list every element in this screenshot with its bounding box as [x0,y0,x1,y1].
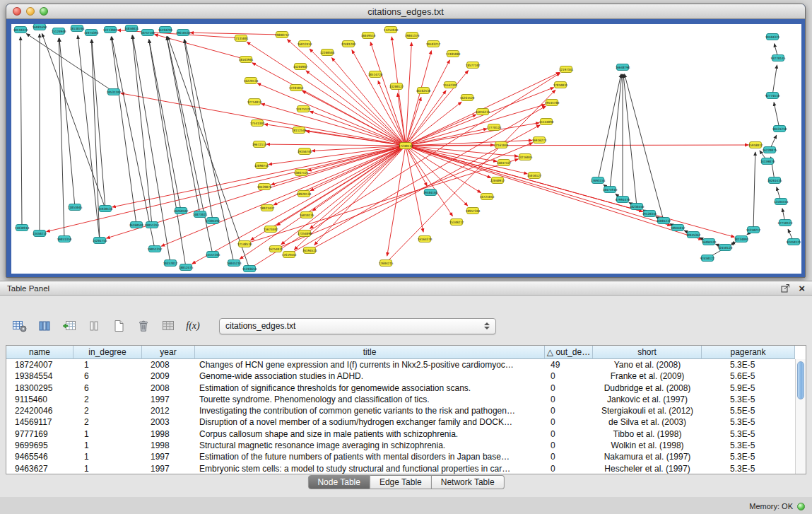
graph-node[interactable]: 16649510 [361,33,376,39]
table-row[interactable]: 1456911722003Disruption of a novel membe… [6,416,795,428]
table-mode-icon[interactable] [11,317,28,334]
graph-node[interactable]: 16012453 [298,41,312,47]
graph-node[interactable]: 14850831 [124,25,139,32]
graph-node[interactable]: 16261520 [460,95,475,101]
column-header-6[interactable]: pagerank [702,346,795,359]
graph-node[interactable]: 26260502 [174,208,189,214]
window-titlebar[interactable]: citations_edges.txt [6,4,805,19]
graph-node[interactable]: 59051350 [57,236,72,243]
column-header-0[interactable]: name [6,346,73,359]
new-column-icon[interactable] [61,317,78,334]
graph-node[interactable]: 16047427 [497,160,512,166]
graph-node[interactable]: 15016127 [527,173,542,179]
column-chooser-icon[interactable] [36,317,53,334]
graph-node[interactable]: 18012475 [179,264,194,271]
graph-node[interactable]: 18577102 [466,62,481,69]
graph-node[interactable]: 17305492 [206,218,220,224]
graph-node[interactable]: 16010235 [300,212,314,218]
graph-node[interactable]: 15920134 [98,206,113,212]
graph-node[interactable]: 16164370 [418,236,433,243]
graph-node[interactable]: 12104554 [774,199,789,205]
graph-node[interactable]: 18510324 [13,27,28,33]
graph-node[interactable]: 16916273 [532,137,547,144]
graph-node[interactable]: 67750123 [778,220,793,226]
table-row[interactable]: 969969511998Structural magnetic resonanc… [6,440,795,451]
table-row[interactable]: 1830029562008Estimation of significance … [6,382,795,394]
graph-node[interactable]: 10945362 [686,232,701,238]
close-window-button[interactable] [13,7,21,16]
graph-node[interactable]: 16220134 [244,78,259,84]
graph-node[interactable]: 19503217 [426,41,441,47]
graph-node[interactable]: 11544090 [539,119,554,125]
zoom-window-button[interactable] [40,7,48,16]
graph-node[interactable]: 13216045 [518,154,533,160]
tab-network-table[interactable]: Network Table [432,475,505,489]
graph-node[interactable]: 10261435 [767,177,782,184]
graph-node[interactable]: 11030914 [15,225,30,231]
graph-node[interactable]: 19545780 [545,100,560,106]
tab-node-table[interactable]: Node Table [307,475,370,489]
graph-node[interactable]: 17135801 [234,35,249,42]
table-row[interactable]: 1938455462009Genome-wide association stu… [6,370,795,382]
graph-node[interactable]: 14157203 [206,252,220,258]
function-builder-icon[interactable]: f(x) [184,317,201,334]
graph-node[interactable]: 20531207 [107,89,122,95]
graph-node[interactable]: 18957304 [466,208,481,214]
graph-node[interactable]: 14350217 [746,227,761,233]
graph-node[interactable]: 11853045 [68,204,83,211]
close-panel-icon[interactable]: × [799,284,805,293]
table-scrollbar[interactable] [795,359,806,474]
column-header-2[interactable]: year [142,346,195,359]
graph-node[interactable]: 18163901 [239,57,254,63]
graph-node[interactable]: 16648794 [616,64,630,71]
graph-node[interactable]: 17778124 [487,124,502,131]
graph-node[interactable]: 76254031 [269,246,283,252]
graph-node[interactable]: 10357812 [163,260,178,267]
graph-node[interactable]: 14204987 [293,64,308,70]
graph-node[interactable]: 11203654 [242,266,257,272]
graph-node[interactable]: 12260584 [320,49,335,56]
graph-node[interactable]: 19672115 [252,141,267,148]
graph-node[interactable]: 14873021 [193,211,208,218]
new-document-icon[interactable] [110,317,127,334]
table-row[interactable]: 977716911998Corpus callosum shape and si… [6,428,795,440]
graph-node[interactable]: 17240513 [399,143,413,149]
graph-node[interactable]: 16016231 [476,109,490,115]
graph-node[interactable]: 13067125 [294,170,309,176]
graph-node[interactable]: 19861370 [405,33,420,39]
table-row[interactable]: 946554611997Estimation of the future num… [6,451,795,462]
graph-node[interactable]: 17604215 [379,260,394,267]
graph-node[interactable]: 26260501 [129,222,144,228]
graph-node[interactable]: 17354098 [298,230,312,237]
graph-node[interactable]: 16194201 [158,27,173,33]
graph-node[interactable]: 12213987 [103,27,118,33]
graph-node[interactable]: 18475910 [603,187,618,193]
graph-node[interactable]: 17541302 [250,120,265,127]
delete-column-icon[interactable] [86,317,102,334]
graph-node[interactable]: 18236450 [630,204,645,210]
graph-node[interactable]: 18431250 [772,126,787,132]
graph-node[interactable]: 92450122 [700,255,715,262]
graph-node[interactable]: 22481203 [341,41,356,47]
graph-node[interactable]: 11254940 [384,27,399,33]
graph-node[interactable]: 22040917 [490,177,505,184]
graph-node[interactable]: 92450121 [787,239,801,245]
minimize-window-button[interactable] [26,7,35,16]
network-canvas[interactable]: 1713580118163901162201341275481317541302… [11,24,801,274]
network-graph[interactable]: 1713580118163901162201341275481317541302… [11,24,801,274]
graph-node[interactable]: 92774510 [765,93,780,99]
graph-node[interactable]: 17850831 [553,82,568,88]
graph-node[interactable]: 17281053 [289,85,304,91]
column-header-3[interactable]: title [195,346,545,359]
graph-node[interactable]: 18757105 [141,30,155,36]
graph-node[interactable]: 18112540 [292,127,307,134]
graph-node[interactable]: 12161044 [494,142,509,148]
column-header-1[interactable]: in_degree [73,346,142,359]
graph-node[interactable]: 15958012 [748,142,763,148]
graph-node[interactable]: 16081694 [33,24,47,30]
graph-node[interactable]: 14201753 [93,238,107,244]
graph-node[interactable]: 59051352 [148,246,163,252]
tab-edge-table[interactable]: Edge Table [370,475,432,489]
graph-node[interactable]: 19808712 [275,32,290,38]
float-panel-icon[interactable] [781,284,790,293]
